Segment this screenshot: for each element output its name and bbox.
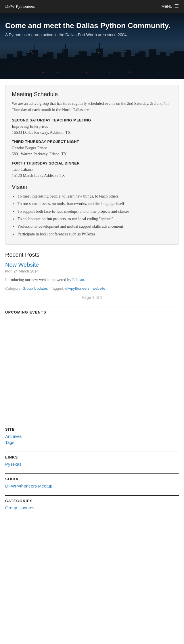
vision-item: Professional development and mutual supp… bbox=[18, 223, 172, 230]
meeting-title-thursday-social: FORTH THURSDAY SOCIAL DINNER bbox=[12, 161, 172, 165]
vision-item: To run some classes, on tools, framework… bbox=[18, 201, 172, 207]
meeting-schedule-intro: We are an active group that has three re… bbox=[12, 100, 172, 113]
meeting-location-thursday-project: Gazebo Burger Frisco 6801 Warren Parkway… bbox=[12, 145, 172, 157]
post-meta: Category: Group Updates Tagged: dfwpytho… bbox=[5, 286, 179, 291]
meeting-location-thursday-social: Taco Cabana 15120 Marsh Lane, Addison, T… bbox=[12, 167, 172, 179]
post-excerpt: Introducing our new website powered by P… bbox=[5, 277, 179, 283]
footer-link-tags[interactable]: Tags bbox=[5, 440, 179, 445]
recent-posts-heading: Recent Posts bbox=[5, 252, 179, 258]
navbar: DFW Pythoneers MENU ☰ bbox=[0, 0, 184, 13]
upcoming-events-section: UPCOMING EVENTS bbox=[5, 307, 179, 412]
footer-link-group-updates[interactable]: Group Updates bbox=[5, 505, 179, 510]
post-tag-link-1[interactable]: dfwpythoneers bbox=[65, 286, 90, 291]
vision-item: To support both face-to-face meetups, an… bbox=[18, 208, 172, 215]
upcoming-events-empty bbox=[5, 314, 179, 412]
post-category-link[interactable]: Group Updates bbox=[22, 286, 48, 291]
footer-sidebar: SITE Archives Tags LINKS PyTexas SOCIAL … bbox=[0, 418, 184, 526]
post-date: Mon 24 March 2014 bbox=[5, 269, 179, 273]
meeting-title-thursday-project: THIRD THURSDAY PROJECT NIGHT bbox=[12, 140, 172, 144]
menu-label: MENU bbox=[162, 4, 172, 9]
meeting-location-saturday: Improving Enterprises 16633 Dallas Parkw… bbox=[12, 123, 172, 136]
upcoming-events-heading: UPCOMING EVENTS bbox=[5, 307, 179, 314]
footer-section-social: SOCIAL DFWPythoneers Meetup bbox=[5, 473, 179, 488]
post-tag-link-2[interactable]: website bbox=[93, 286, 105, 291]
hero-section: Come and meet the Dallas Python Communit… bbox=[0, 13, 184, 79]
hero-title: Come and meet the Dallas Python Communit… bbox=[5, 21, 179, 30]
vision-item: To collaborate on fun projects, to run l… bbox=[18, 216, 172, 222]
footer-section-site: SITE Archives Tags bbox=[5, 424, 179, 445]
recent-posts-section: Recent Posts New Website Mon 24 March 20… bbox=[5, 252, 179, 299]
site-title[interactable]: DFW Pythoneers bbox=[5, 4, 35, 9]
hero-subtitle: A Python user group active in the Dallas… bbox=[5, 32, 179, 37]
meeting-item-saturday: SECOND SATURDAY TEACHING MEETING Improvi… bbox=[12, 118, 172, 136]
footer-link-pytexas[interactable]: PyTexas bbox=[5, 462, 179, 467]
meeting-schedule-heading: Meeting Schedule bbox=[12, 91, 172, 98]
footer-section-categories: CATEGORIES Group Updates bbox=[5, 495, 179, 510]
menu-icon: ☰ bbox=[174, 3, 179, 9]
meeting-title-saturday: SECOND SATURDAY TEACHING MEETING bbox=[12, 118, 172, 122]
vision-section: Vision To meet interesting people, to le… bbox=[12, 184, 172, 237]
footer-section-links-heading: LINKS bbox=[5, 452, 179, 459]
footer-link-meetup[interactable]: DFWPythoneers Meetup bbox=[5, 484, 179, 488]
post-item: New Website Mon 24 March 2014 Introducin… bbox=[5, 262, 179, 290]
post-title[interactable]: New Website bbox=[5, 262, 179, 268]
footer-section-links: LINKS PyTexas bbox=[5, 452, 179, 467]
vision-item: To meet interesting people, to learn new… bbox=[18, 193, 172, 200]
menu-btn[interactable]: MENU ☰ bbox=[162, 3, 179, 9]
meeting-schedule-card: Meeting Schedule We are an active group … bbox=[5, 85, 179, 245]
pagination: Page 1 of 1 bbox=[5, 295, 179, 300]
vision-list: To meet interesting people, to learn new… bbox=[12, 193, 172, 237]
pelican-link[interactable]: Pelican bbox=[72, 278, 84, 282]
footer-section-categories-heading: CATEGORIES bbox=[5, 495, 179, 503]
footer-link-archives[interactable]: Archives bbox=[5, 434, 179, 439]
vision-item: Participate in local conferences such as… bbox=[18, 231, 172, 237]
hero-text: Come and meet the Dallas Python Communit… bbox=[5, 21, 179, 37]
meeting-item-thursday-social: FORTH THURSDAY SOCIAL DINNER Taco Cabana… bbox=[12, 161, 172, 179]
main-content: Meeting Schedule We are an active group … bbox=[0, 85, 184, 418]
footer-section-social-heading: SOCIAL bbox=[5, 473, 179, 481]
meeting-item-thursday-project: THIRD THURSDAY PROJECT NIGHT Gazebo Burg… bbox=[12, 140, 172, 157]
footer-section-site-heading: SITE bbox=[5, 424, 179, 432]
vision-heading: Vision bbox=[12, 184, 172, 190]
